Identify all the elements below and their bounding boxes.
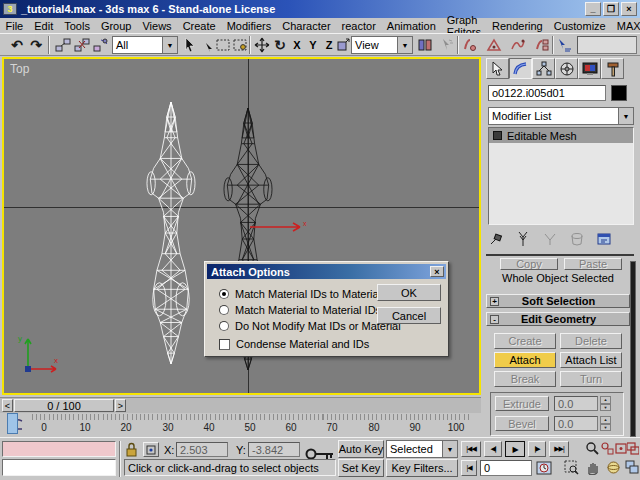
arc-rotate-icon[interactable] <box>606 460 621 475</box>
tab-hierarchy-icon[interactable] <box>532 58 555 79</box>
radio-match-material-to-ids[interactable]: Match Material to Material IDs <box>219 304 381 316</box>
radio-icon[interactable] <box>219 289 229 299</box>
chevron-down-icon[interactable]: ▼ <box>397 37 412 53</box>
redo-icon[interactable]: ↷ <box>27 36 45 54</box>
soft-selection-rollout[interactable]: + Soft Selection <box>486 294 630 308</box>
extrude-button[interactable]: Extrude <box>495 396 549 411</box>
extrude-value-field[interactable]: 0.0 <box>554 396 598 411</box>
mirror-icon[interactable] <box>461 36 479 54</box>
modifier-stack-selected-row[interactable]: Editable Mesh <box>489 128 633 143</box>
chevron-down-icon[interactable]: ▼ <box>162 37 177 53</box>
previous-frame-button[interactable]: ◀| <box>484 441 502 457</box>
collapse-icon[interactable]: - <box>490 315 499 324</box>
panel-scrollbar[interactable] <box>630 261 636 437</box>
condense-material-checkbox[interactable]: Condense Material and IDs <box>219 338 369 350</box>
schematic-view-icon[interactable] <box>533 36 551 54</box>
previous-frame-arrow[interactable]: < <box>2 399 13 412</box>
radio-icon[interactable] <box>219 321 229 331</box>
selection-set-dropdown[interactable]: Selected ▼ <box>386 440 458 458</box>
y-coordinate-field[interactable]: -3.842 <box>248 442 300 457</box>
curve-editor-icon[interactable] <box>509 36 527 54</box>
menu-customize[interactable]: Customize <box>548 18 611 33</box>
min-max-toggle-icon[interactable] <box>625 460 639 475</box>
menu-views[interactable]: Views <box>137 18 177 33</box>
align-icon[interactable] <box>485 36 503 54</box>
named-selection-sets-field[interactable] <box>577 36 637 54</box>
attach-button[interactable]: Attach <box>494 352 556 368</box>
time-configuration-icon[interactable] <box>536 460 552 476</box>
title-bar[interactable]: 3 _tutorial4.max - 3ds max 6 - Stand-alo… <box>0 0 640 18</box>
maxscript-listener-input[interactable] <box>2 459 116 476</box>
bevel-value-field[interactable]: 0.0 <box>554 416 598 431</box>
make-unique-icon[interactable] <box>542 231 558 247</box>
minimize-button[interactable]: _ <box>585 2 601 16</box>
bind-to-space-warp-icon[interactable] <box>92 36 110 54</box>
attach-list-button[interactable]: Attach List <box>560 352 622 368</box>
turn-button[interactable]: Turn <box>560 371 622 387</box>
key-mode-toggle-button[interactable]: |◀ <box>461 460 477 476</box>
menu-graph-editors[interactable]: Graph Editors <box>441 18 486 33</box>
modifier-list-dropdown[interactable]: Modifier List ▼ <box>488 107 634 125</box>
menu-create[interactable]: Create <box>177 18 221 33</box>
app-icon[interactable]: 3 <box>3 3 17 15</box>
tab-modify-icon[interactable] <box>509 58 532 79</box>
copy-button[interactable]: Copy <box>500 258 558 270</box>
window-crossing-icon[interactable] <box>231 36 249 54</box>
chevron-down-icon[interactable]: ▼ <box>618 108 633 124</box>
track-bar[interactable]: 0 10 20 30 40 50 60 70 80 90 100 <box>0 413 481 437</box>
break-button[interactable]: Break <box>494 371 556 387</box>
play-button[interactable]: ▶ <box>505 441 525 457</box>
create-button[interactable]: Create <box>494 333 556 349</box>
delete-button[interactable]: Delete <box>560 333 622 349</box>
spin-down-icon[interactable]: ▼ <box>600 404 611 412</box>
auto-key-button[interactable]: Auto Key <box>338 440 384 458</box>
extrude-spinner[interactable]: ▲ ▼ <box>600 396 611 411</box>
menu-rendering[interactable]: Rendering <box>486 18 548 33</box>
bevel-button[interactable]: Bevel <box>495 416 549 431</box>
time-slider-track[interactable]: < 0 / 100 > <box>0 397 481 413</box>
spin-down-icon[interactable]: ▼ <box>600 424 611 432</box>
maximize-button[interactable]: ❐ <box>603 2 619 16</box>
pin-stack-icon[interactable] <box>488 231 504 247</box>
checkbox-icon[interactable] <box>219 339 230 350</box>
spin-up-icon[interactable]: ▲ <box>600 416 611 424</box>
x-coordinate-field[interactable]: 2.503 <box>176 442 228 457</box>
modifier-stack-list[interactable]: Editable Mesh <box>488 127 634 225</box>
paste-button[interactable]: Paste <box>564 258 622 270</box>
zoom-icon[interactable] <box>585 441 599 456</box>
time-slider-handle[interactable]: 0 / 100 <box>14 399 114 412</box>
ok-button[interactable]: OK <box>377 284 441 301</box>
chevron-down-icon[interactable]: ▼ <box>442 441 457 457</box>
radio-match-ids-to-material[interactable]: Match Material IDs to Material <box>219 288 381 300</box>
current-frame-field[interactable]: 0 <box>480 460 532 476</box>
next-frame-arrow[interactable]: > <box>115 399 126 412</box>
select-and-move-icon[interactable] <box>253 36 271 54</box>
go-to-start-button[interactable]: |◀◀ <box>461 441 481 457</box>
zoom-extents-icon[interactable] <box>615 441 627 456</box>
menu-group[interactable]: Group <box>95 18 137 33</box>
select-and-scale-icon[interactable] <box>334 36 352 54</box>
restrict-y-axis-button[interactable]: Y <box>305 37 321 53</box>
dialog-close-icon[interactable]: × <box>430 266 444 277</box>
zoom-all-icon[interactable] <box>600 441 614 456</box>
radio-icon[interactable] <box>219 305 229 315</box>
select-and-link-icon[interactable] <box>54 36 72 54</box>
spin-up-icon[interactable]: ▲ <box>600 396 611 404</box>
maxscript-listener-output[interactable] <box>2 441 116 457</box>
restrict-x-axis-button[interactable]: X <box>289 37 305 53</box>
viewport-label[interactable]: Top <box>10 62 29 76</box>
absolute-offset-toggle[interactable] <box>143 442 159 457</box>
menu-maxscript[interactable]: MAXScript <box>611 18 640 33</box>
cancel-button[interactable]: Cancel <box>377 307 441 324</box>
unlink-selection-icon[interactable] <box>73 36 91 54</box>
tab-motion-icon[interactable] <box>555 58 578 79</box>
configure-modifier-sets-icon[interactable] <box>596 231 612 247</box>
selection-filter-dropdown[interactable]: All ▼ <box>112 36 178 54</box>
region-zoom-icon[interactable] <box>564 460 579 475</box>
remove-modifier-icon[interactable] <box>569 231 585 247</box>
selection-lock-icon[interactable] <box>125 442 138 457</box>
radio-do-not-modify[interactable]: Do Not Modify Mat IDs or Material <box>219 320 401 332</box>
close-button[interactable]: × <box>621 2 637 16</box>
menu-animation[interactable]: Animation <box>381 18 441 33</box>
bevel-spinner[interactable]: ▲ ▼ <box>600 416 611 431</box>
